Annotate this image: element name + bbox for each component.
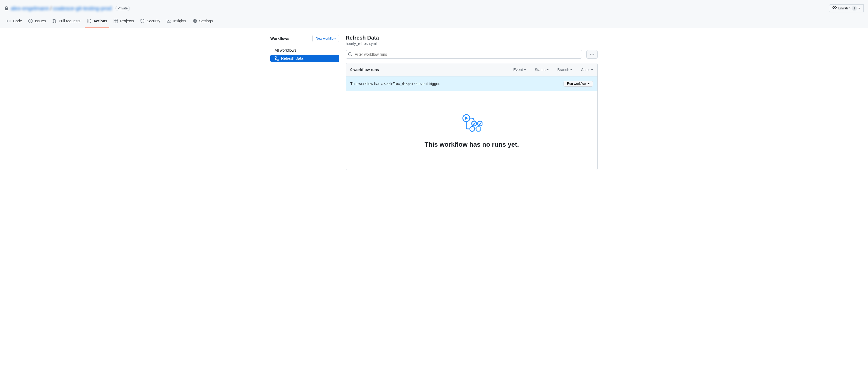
caret-down-icon: [524, 69, 526, 70]
kebab-horizontal-icon: [590, 52, 594, 57]
nav-issues[interactable]: Issues: [26, 17, 48, 28]
empty-title: This workflow has no runs yet.: [357, 141, 587, 148]
svg-point-2: [470, 126, 475, 131]
graph-icon: [167, 19, 171, 23]
workflow-icon: [275, 56, 279, 61]
sidebar-title: Workflows: [270, 36, 289, 41]
unwatch-label: Unwatch: [838, 6, 850, 11]
runs-header: 0 workflow runs Event Status Branch Acto…: [346, 63, 597, 76]
search-wrap: [346, 50, 582, 59]
code-icon: [6, 19, 11, 23]
run-workflow-button[interactable]: Run workflow: [563, 81, 593, 87]
filter-runs-input[interactable]: [346, 50, 582, 59]
visibility-badge: Private: [116, 6, 130, 11]
repo-header: alex-engelmann / coalesce-git-testing-pr…: [0, 0, 868, 28]
filter-event[interactable]: Event: [513, 67, 526, 72]
nav-settings[interactable]: Settings: [191, 17, 215, 28]
sidebar-item-refresh-data[interactable]: Refresh Data: [270, 55, 339, 62]
breadcrumb-repo[interactable]: coalesce-git-testing-prod: [53, 5, 112, 11]
filter-branch[interactable]: Branch: [557, 67, 572, 72]
table-icon: [114, 19, 118, 23]
breadcrumb-owner[interactable]: alex-engelmann: [11, 5, 49, 11]
svg-point-5: [472, 121, 476, 126]
issue-icon: [28, 19, 33, 23]
page-title: Refresh Data: [346, 35, 598, 41]
workflows-sidebar: Workflows New workflow All workflows Ref…: [270, 35, 339, 170]
svg-point-3: [471, 129, 472, 129]
gear-icon: [193, 19, 197, 23]
lock-icon: [4, 6, 9, 10]
page-subtitle: hourly_refresh.yml: [346, 41, 598, 46]
new-workflow-button[interactable]: New workflow: [312, 35, 339, 42]
unwatch-button[interactable]: Unwatch 1: [829, 4, 864, 12]
workflow-runs-box: 0 workflow runs Event Status Branch Acto…: [346, 63, 598, 170]
caret-down-icon: [858, 8, 860, 9]
nav-pull-requests[interactable]: Pull requests: [50, 17, 83, 28]
shield-icon: [140, 19, 145, 23]
pull-request-icon: [52, 19, 57, 23]
dispatch-text: This workflow has a workflow_dispatch ev…: [350, 82, 440, 86]
runs-count: 0 workflow runs: [350, 67, 379, 72]
nav-actions[interactable]: Actions: [85, 17, 109, 28]
nav-code[interactable]: Code: [4, 17, 24, 28]
workflow-content: Refresh Data hourly_refresh.yml 0 workfl…: [346, 35, 598, 170]
sidebar-item-all-workflows[interactable]: All workflows: [270, 46, 339, 54]
caret-down-icon: [591, 69, 593, 70]
svg-point-6: [477, 121, 483, 126]
caret-down-icon: [570, 69, 572, 70]
nav-security[interactable]: Security: [138, 17, 163, 28]
caret-down-icon: [547, 69, 549, 70]
eye-icon: [833, 5, 837, 11]
workflow-dispatch-bar: This workflow has a workflow_dispatch ev…: [346, 76, 597, 91]
nav-projects[interactable]: Projects: [112, 17, 136, 28]
play-icon: [87, 19, 91, 23]
code-chip: workflow_dispatch: [384, 82, 417, 86]
breadcrumb: alex-engelmann / coalesce-git-testing-pr…: [11, 5, 112, 11]
filter-status[interactable]: Status: [535, 67, 549, 72]
filter-actor[interactable]: Actor: [581, 67, 593, 72]
more-actions-button[interactable]: [586, 50, 598, 59]
actions-empty-illustration: [357, 113, 587, 134]
svg-point-4: [473, 129, 473, 129]
repo-nav: Code Issues Pull requests Actions Projec…: [0, 17, 868, 28]
unwatch-count: 1: [851, 6, 857, 11]
svg-marker-1: [465, 117, 468, 120]
caret-down-icon: [587, 83, 590, 84]
empty-state: This workflow has no runs yet.: [346, 91, 597, 170]
nav-insights[interactable]: Insights: [164, 17, 188, 28]
svg-point-7: [476, 126, 481, 131]
